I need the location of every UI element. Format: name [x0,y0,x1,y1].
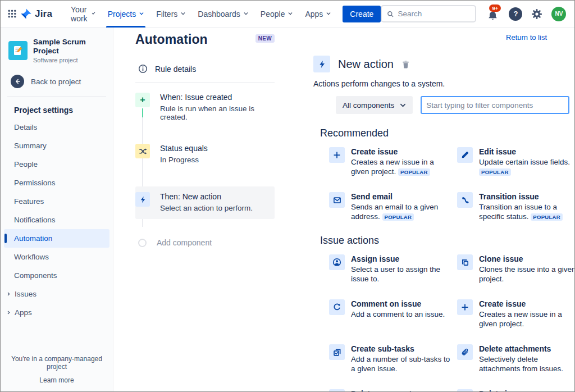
nav-item-people[interactable]: People [254,1,299,28]
search-input[interactable] [398,10,471,18]
sidebar-item-permissions[interactable]: Permissions [1,174,113,192]
notification-count-badge: 9+ [489,4,501,12]
chevron-right-icon [7,293,10,296]
back-to-project[interactable]: Back to project [1,69,113,96]
action-card-create-issue-2[interactable]: Create issue Creates a new issue in a gi… [457,299,575,329]
paperclip-icon [457,344,473,360]
divider [135,82,275,83]
sidebar-item-automation[interactable]: Automation [4,229,109,248]
recommended-cards: Create issue Creates a new issue in a gi… [313,147,569,221]
card-title: Send email [351,192,451,201]
sidebar-item-issues[interactable]: Issues [1,285,113,303]
nav-item-your-work[interactable]: Your work [65,1,102,28]
page-title: Automation [135,32,208,47]
card-title: Delete attachments [479,344,575,353]
topnav-right-group: 9+ ? NV [381,5,566,22]
global-search[interactable] [381,5,476,22]
card-desc: Add a comment to an issue. [351,310,445,318]
subtasks-icon [329,344,345,360]
step-condition[interactable]: Status equals In Progress [135,144,275,164]
component-filter-input[interactable] [421,96,569,114]
step-title: Then: New action [160,192,253,201]
empty-circle-icon [138,239,147,247]
sidebar-item-label: Apps [15,308,32,317]
chevron-right-icon [7,311,10,314]
components-dropdown[interactable]: All components [336,96,413,114]
grid-icon [7,9,17,19]
sidebar-item-notifications[interactable]: Notifications [1,211,113,229]
sidebar-item-people[interactable]: People [1,155,113,174]
sidebar-item-label: Workflows [14,253,49,261]
user-avatar[interactable]: NV [551,7,566,21]
action-card-edit-issue[interactable]: Edit issue Update certain issue fields. … [457,147,575,176]
notepad-icon [12,44,24,57]
add-component-button[interactable]: Add component [135,238,275,247]
jira-logo[interactable]: Jira [20,8,52,20]
action-card-clone-issue[interactable]: Clone issue Clones the issue into a give… [457,254,575,284]
new-badge: NEW [255,34,275,43]
pencil-icon [457,147,473,163]
action-card-create-sub-tasks[interactable]: Create sub-tasks Add a number of sub-tas… [329,344,457,373]
sidebar-item-components[interactable]: Components [1,266,113,285]
chevron-down-icon [327,11,331,15]
plus-icon [329,147,345,163]
project-avatar [8,41,28,60]
action-panel-subtitle: Actions perform changes to a system. [313,79,569,88]
card-title: Transition issue [479,192,575,201]
plus-icon [457,299,473,315]
action-card-create-issue[interactable]: Create issue Creates a new issue in a gi… [329,147,457,176]
step-trigger[interactable]: + When: Issue created Rule is run when a… [135,93,275,121]
sidebar-item-features[interactable]: Features [1,192,113,211]
settings-button[interactable] [531,8,542,20]
learn-more-link[interactable]: Learn more [39,376,74,384]
assign-user-icon [329,254,345,270]
chevron-down-icon [140,11,144,15]
nav-label: Projects [108,10,136,19]
card-title: Delete comment [351,389,451,392]
action-card-transition-issue[interactable]: Transition issue Transition an issue to … [457,192,575,221]
nav-label: Your work [71,5,89,23]
action-card-send-email[interactable]: Send email Sends an email to a given add… [329,192,457,221]
nav-item-dashboards[interactable]: Dashboards [191,1,254,28]
sidebar-item-details[interactable]: Details [1,118,113,136]
project-type: Software project [33,57,106,63]
trash-icon[interactable] [401,60,410,69]
sidebar-item-apps[interactable]: Apps [1,303,113,322]
filter-controls: All components [336,96,569,114]
sidebar-item-workflows[interactable]: Workflows [1,248,113,266]
step-subtitle: Rule is run when an issue is created. [160,104,275,121]
sidebar-item-label: Notifications [14,216,56,224]
action-panel-title: New action [338,58,394,71]
sidebar-item-summary[interactable]: Summary [1,136,113,155]
comment-refresh-icon [329,299,345,315]
create-button[interactable]: Create [343,6,381,22]
help-button[interactable]: ? [509,7,522,21]
lightning-icon [313,56,330,72]
action-card-delete-comment[interactable]: Delete comment Remove a comment from an … [329,389,457,392]
card-title: Edit issue [479,147,575,156]
card-desc: Creates a new issue in a given project. [479,310,562,328]
notifications-button[interactable]: 9+ [485,7,500,21]
issue-action-cards: Assign issue Select a user to assign the… [313,254,569,392]
popular-badge: POPULAR [398,168,430,176]
action-card-comment-on-issue[interactable]: Comment on issue Add a comment to an iss… [329,299,457,329]
nav-label: People [261,10,285,19]
step-action-selected[interactable]: Then: New action Select an action to per… [135,186,275,219]
action-card-delete-attachments[interactable]: Delete attachments Selectively delete at… [457,344,575,373]
return-to-list-link[interactable]: Return to list [506,33,547,42]
nav-item-projects[interactable]: Projects [102,1,150,28]
action-card-assign-issue[interactable]: Assign issue Select a user to assign the… [329,254,457,284]
action-panel-header: New action [313,56,569,72]
section-heading-issue-actions: Issue actions [313,235,569,247]
card-desc: Clones the issue into a given project. [479,265,575,283]
nav-item-apps[interactable]: Apps [299,1,337,28]
sidebar-item-label: Details [14,123,37,131]
app-switcher-icon[interactable] [7,7,17,21]
card-desc: Add a number of sub-tasks to a given iss… [351,355,450,373]
card-title: Assign issue [351,254,451,263]
chevron-down-icon [181,11,185,15]
rule-details-item[interactable]: Rule details [135,64,275,74]
action-card-delete-issue[interactable]: Delete issue Permanently remove the issu… [457,389,575,392]
nav-item-filters[interactable]: Filters [150,1,191,28]
card-desc: Selectively delete attachments from issu… [479,355,563,373]
